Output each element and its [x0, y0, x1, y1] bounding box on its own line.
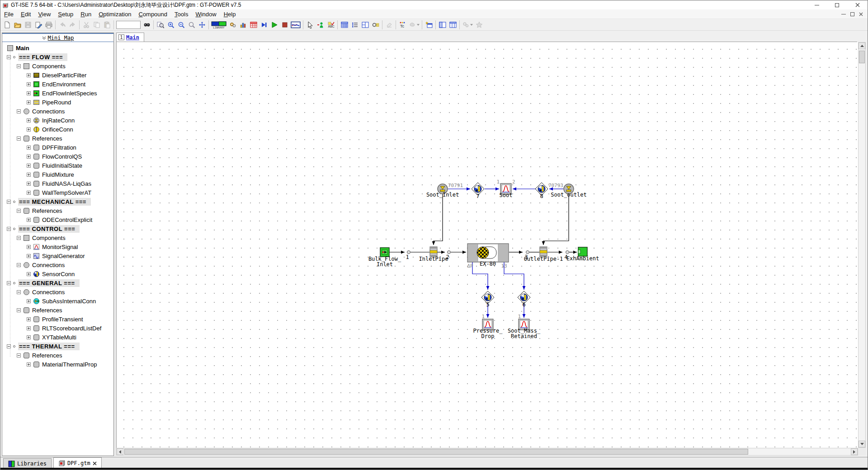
new-window-button[interactable] [424, 19, 434, 30]
text-style-button[interactable]: Tc [397, 19, 408, 30]
expand-expander-icon[interactable] [27, 100, 31, 104]
favorites-button[interactable] [474, 19, 484, 30]
run-button[interactable] [269, 19, 279, 30]
node-soot-outlet[interactable]: Soot_outlet70793 [548, 183, 587, 198]
find-text-input[interactable] [116, 21, 141, 29]
close-button[interactable] [847, 0, 868, 9]
list-view-button[interactable] [349, 19, 360, 30]
expand-expander-icon[interactable] [27, 335, 31, 339]
tree-item-walltempsolverat[interactable]: WallTempSolverAT [2, 188, 113, 197]
horizontal-scrollbar[interactable] [116, 448, 858, 456]
scroll-up-button[interactable] [859, 42, 865, 49]
expand-expander-icon[interactable] [27, 182, 31, 186]
minimap-header[interactable]: Mini Map [2, 33, 113, 42]
tree-item-dieselparticfilter[interactable]: DieselParticFilter [2, 70, 113, 80]
tree-item-fluidinitialstate[interactable]: FluidInitialState [2, 161, 113, 170]
expand-expander-icon[interactable] [27, 362, 31, 367]
case-table-button[interactable] [248, 19, 259, 30]
maximize-button[interactable] [827, 0, 847, 9]
tree-item-references[interactable]: References [2, 206, 113, 215]
node-sensor-7[interactable]: 7 [472, 183, 484, 199]
tab-dpf-gtm[interactable]: DPF.gtm [53, 457, 102, 469]
menu-setup[interactable]: Setup [54, 10, 77, 19]
expand-expander-icon[interactable] [27, 173, 31, 177]
grid-view-button[interactable] [339, 19, 349, 30]
tab-main[interactable]: 1 Main [116, 33, 144, 42]
tree-item-components[interactable]: Components [2, 233, 113, 242]
step-run-button[interactable] [259, 19, 269, 30]
tree-item-references[interactable]: References [2, 306, 113, 315]
expand-expander-icon[interactable] [27, 91, 31, 95]
zoom-window-button[interactable] [155, 19, 165, 30]
node-inlet-pipe[interactable]: InletPipe [419, 247, 448, 262]
expand-expander-icon[interactable] [27, 218, 31, 222]
node-soot-monitor[interactable]: Soot12 [496, 179, 515, 198]
collapse-expander-icon[interactable] [7, 281, 11, 285]
expand-expander-icon[interactable] [27, 299, 31, 303]
node-soot-inlet[interactable]: Soot_Inlet70791 [426, 183, 463, 198]
minimize-button[interactable] [807, 0, 827, 9]
tree-item-orificeconn[interactable]: OrificeConn [2, 125, 113, 134]
expand-expander-icon[interactable] [27, 317, 31, 321]
collapse-expander-icon[interactable] [7, 55, 11, 59]
plots-button[interactable] [238, 19, 248, 30]
tree-item-mechanical[interactable]: === MECHANICAL === [2, 197, 113, 206]
undo-button[interactable] [57, 19, 67, 30]
tree-item-fluidnasa-liqgas[interactable]: FluidNASA-LiqGas [2, 179, 113, 188]
node-link-2[interactable]: 2 [446, 251, 450, 261]
node-sensor-5[interactable]: 5 [481, 291, 494, 308]
tree-item-flowcontrolqs[interactable]: FlowControlQS [2, 152, 113, 161]
tree-item-general[interactable]: === GENERAL === [2, 278, 113, 287]
tree-item-components[interactable]: Components [2, 61, 113, 70]
connection-link[interactable] [434, 194, 443, 245]
tree-item-flow[interactable]: === FLOW === [2, 52, 113, 61]
expand-expander-icon[interactable] [27, 326, 31, 330]
expand-expander-icon[interactable] [27, 73, 31, 77]
vertical-scroll-thumb[interactable] [859, 51, 865, 63]
collapse-expander-icon[interactable] [17, 290, 21, 294]
expand-expander-icon[interactable] [27, 118, 31, 122]
zoom-100-button[interactable] [186, 19, 197, 30]
node-exh-ambient[interactable]: ExhAmbient [566, 247, 599, 262]
collapse-expander-icon[interactable] [17, 109, 21, 113]
select-pointer-button[interactable] [305, 19, 315, 30]
collapse-expander-icon[interactable] [17, 236, 21, 240]
menu-help[interactable]: Help [220, 10, 240, 19]
expand-expander-icon[interactable] [27, 191, 31, 195]
collapse-expander-icon[interactable] [7, 200, 11, 204]
tab-libraries[interactable]: Libraries [3, 458, 52, 469]
tree-item-materialthermalprop[interactable]: MaterialThermalProp [2, 360, 113, 369]
save-button[interactable] [23, 19, 33, 30]
collapse-expander-icon[interactable] [7, 227, 11, 231]
expand-expander-icon[interactable] [27, 164, 31, 168]
tree-item-thermal[interactable]: === THERMAL === [2, 342, 113, 351]
find-button[interactable] [142, 19, 152, 30]
split-vertical-button[interactable] [448, 19, 458, 30]
menu-run[interactable]: Run [77, 10, 95, 19]
node-sensor-6[interactable]: 6 [518, 291, 530, 308]
eraser-button[interactable] [384, 19, 394, 30]
node-bulk-flow-inlet[interactable]: Bulk_Flow_Inlet [368, 248, 401, 268]
expand-expander-icon[interactable] [27, 155, 31, 159]
tree-item-dpffiltration[interactable]: DPFFiltration [2, 143, 113, 152]
copy-button[interactable] [91, 19, 102, 30]
tree-item-rltscoreboardlistdef[interactable]: RLTScoreboardListDef [2, 324, 113, 333]
tree-item-control[interactable]: === CONTROL === [2, 224, 113, 233]
menu-edit[interactable]: Edit [17, 10, 34, 19]
expand-expander-icon[interactable] [27, 127, 31, 132]
collapse-expander-icon[interactable] [17, 353, 21, 357]
tree-item-xytablemulti[interactable]: XYTableMulti [2, 333, 113, 342]
collapse-expander-icon[interactable] [7, 344, 11, 348]
cut-button[interactable] [81, 19, 91, 30]
collapse-expander-icon[interactable] [17, 263, 21, 267]
connection-link[interactable] [543, 194, 569, 245]
tree-item-connections[interactable]: Connections [2, 260, 113, 269]
mdi-close-button[interactable] [859, 12, 863, 16]
tree-item-odecontrolexplicit[interactable]: ODEControlExplicit [2, 215, 113, 224]
tree-item-references[interactable]: References [2, 351, 113, 360]
model-canvas[interactable]: Soot_Inlet707917Soot128Soot_outlet70793B… [116, 42, 858, 448]
collapse-expander-icon[interactable] [17, 308, 21, 312]
rlt-view-button[interactable] [370, 19, 381, 30]
menu-window[interactable]: Window [192, 10, 220, 19]
collapse-expander-icon[interactable] [17, 136, 21, 141]
